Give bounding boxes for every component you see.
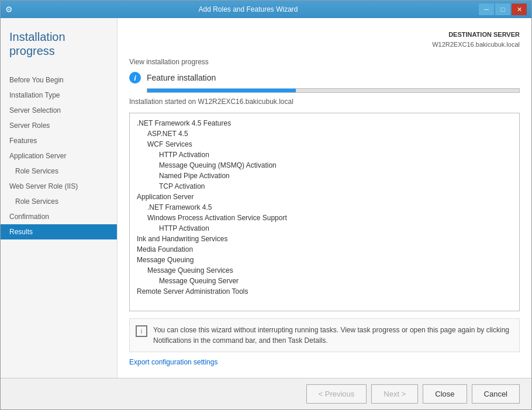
sidebar-item-role-services-1[interactable]: Role Services <box>1 164 117 179</box>
list-item: Media Foundation <box>130 244 519 255</box>
sidebar-item-before-you-begin[interactable]: Before You Begin <box>1 72 117 88</box>
progress-bar-fill <box>147 89 296 92</box>
notification-icon: i <box>136 325 147 337</box>
destination-server-info: DESTINATION SERVER W12R2EXC16.bakicubuk.… <box>129 30 520 49</box>
window-controls: ─ □ ✕ <box>479 4 527 15</box>
list-item: Ink and Handwriting Services <box>130 234 519 244</box>
list-item: Message Queuing Services <box>130 265 519 276</box>
notification-text: You can close this wizard without interr… <box>153 325 513 346</box>
list-item: HTTP Activation <box>130 150 519 160</box>
sidebar-item-role-services-2[interactable]: Role Services <box>1 194 117 209</box>
window-title: Add Roles and Features Wizard <box>18 5 479 13</box>
list-item: Remote Server Administration Tools <box>130 286 519 297</box>
list-item: .NET Framework 4.5 Features <box>130 118 519 128</box>
sidebar-nav: Before You Begin Installation Type Serve… <box>1 72 117 239</box>
main-window: ⚙ Add Roles and Features Wizard ─ □ ✕ In… <box>0 0 532 410</box>
window-close-button[interactable]: ✕ <box>512 4 527 15</box>
info-icon: i <box>129 72 141 84</box>
app-icon: ⚙ <box>5 5 13 14</box>
sidebar-title: Installation progress <box>9 30 108 58</box>
view-progress-label: View installation progress <box>129 58 520 66</box>
list-item: Message Queuing (MSMQ) Activation <box>130 160 519 171</box>
sidebar: Installation progress Before You Begin I… <box>1 18 118 378</box>
list-item: ASP.NET 4.5 <box>130 128 519 139</box>
notification-area: i You can close this wizard without inte… <box>129 318 520 352</box>
export-configuration-link[interactable]: Export configuration settings <box>129 358 520 366</box>
list-item: Named Pipe Activation <box>130 171 519 181</box>
list-item: .NET Framework 4.5 <box>130 202 519 213</box>
close-button[interactable]: Close <box>423 384 467 404</box>
title-bar: ⚙ Add Roles and Features Wizard ─ □ ✕ <box>1 1 531 18</box>
sidebar-header: Installation progress <box>1 18 117 67</box>
cancel-button[interactable]: Cancel <box>472 384 520 404</box>
previous-button[interactable]: < Previous <box>306 384 367 404</box>
content-area: Installation progress Before You Begin I… <box>1 18 531 378</box>
sidebar-item-server-roles[interactable]: Server Roles <box>1 118 117 133</box>
install-started-text: Installation started on W12R2EXC16.bakic… <box>129 98 520 106</box>
feature-install-label: Feature installation <box>147 73 216 82</box>
feature-list-container: .NET Framework 4.5 Features ASP.NET 4.5 … <box>129 113 520 311</box>
list-item: TCP Activation <box>130 181 519 192</box>
list-item: Message Queuing <box>130 255 519 265</box>
sidebar-item-features[interactable]: Features <box>1 133 117 148</box>
main-content: DESTINATION SERVER W12R2EXC16.bakicubuk.… <box>118 18 531 378</box>
minimize-button[interactable]: ─ <box>479 4 494 15</box>
sidebar-item-installation-type[interactable]: Installation Type <box>1 88 117 103</box>
progress-bar-track <box>147 88 520 93</box>
sidebar-item-confirmation[interactable]: Confirmation <box>1 209 117 224</box>
list-item: HTTP Activation <box>130 223 519 234</box>
list-item: WCF Services <box>130 139 519 150</box>
restore-button[interactable]: □ <box>495 4 510 15</box>
sidebar-item-application-server[interactable]: Application Server <box>1 148 117 164</box>
destination-server-value: W12R2EXC16.bakicubuk.local <box>129 40 520 50</box>
list-item: Windows Process Activation Service Suppo… <box>130 213 519 223</box>
progress-bar-container <box>147 88 520 93</box>
destination-server-label: DESTINATION SERVER <box>129 30 520 40</box>
sidebar-item-web-server-role[interactable]: Web Server Role (IIS) <box>1 179 117 194</box>
feature-list[interactable]: .NET Framework 4.5 Features ASP.NET 4.5 … <box>130 113 519 311</box>
footer: < Previous Next > Close Cancel <box>1 378 531 409</box>
sidebar-item-results[interactable]: Results <box>1 224 117 239</box>
feature-install-section: i Feature installation <box>129 72 520 84</box>
list-item: Message Queuing Server <box>130 276 519 286</box>
list-item: Application Server <box>130 192 519 202</box>
sidebar-item-server-selection[interactable]: Server Selection <box>1 103 117 118</box>
next-button[interactable]: Next > <box>371 384 418 404</box>
